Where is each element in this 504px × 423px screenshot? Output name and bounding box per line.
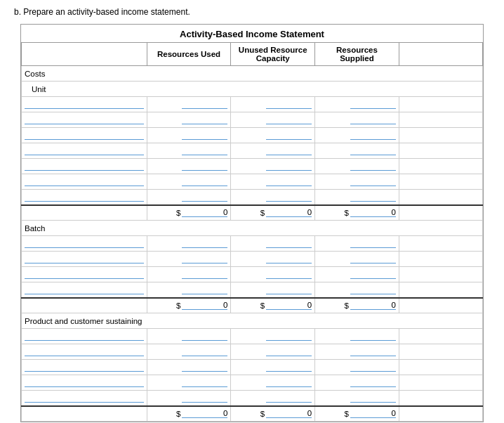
value-input[interactable] [350, 378, 396, 387]
input-cell[interactable] [231, 97, 315, 112]
row-label-cell[interactable] [22, 128, 147, 143]
input-cell[interactable] [231, 344, 315, 360]
input-cell[interactable] [231, 112, 315, 128]
value-input[interactable] [350, 270, 396, 279]
table-row[interactable] [22, 97, 483, 112]
value-input[interactable] [350, 131, 396, 140]
label-input[interactable] [25, 285, 144, 294]
total-cell[interactable]: $ [315, 205, 399, 221]
input-cell[interactable] [147, 112, 231, 128]
total-input[interactable] [266, 208, 312, 217]
table-row[interactable] [22, 174, 483, 190]
value-input[interactable] [350, 347, 396, 356]
table-row[interactable] [22, 159, 483, 174]
value-input[interactable] [266, 347, 312, 356]
value-input[interactable] [182, 177, 227, 186]
label-input[interactable] [25, 193, 144, 202]
value-input[interactable] [350, 254, 396, 263]
value-input[interactable] [182, 270, 227, 279]
table-row[interactable]: $$$ [22, 298, 483, 313]
input-cell[interactable] [231, 329, 315, 344]
value-input[interactable] [266, 177, 312, 186]
value-input[interactable] [266, 131, 312, 140]
total-input[interactable] [350, 208, 396, 217]
table-row[interactable] [22, 190, 483, 205]
input-cell[interactable] [147, 97, 231, 112]
input-cell[interactable] [147, 236, 231, 252]
value-input[interactable] [350, 146, 396, 155]
value-input[interactable] [350, 239, 396, 248]
total-input[interactable] [266, 301, 312, 310]
input-cell[interactable] [315, 174, 399, 190]
table-row[interactable] [22, 267, 483, 282]
value-input[interactable] [350, 332, 396, 341]
input-cell[interactable] [147, 282, 231, 298]
value-input[interactable] [266, 378, 312, 387]
input-cell[interactable] [231, 128, 315, 143]
row-label-cell[interactable] [22, 159, 147, 174]
label-input[interactable] [25, 347, 144, 356]
value-input[interactable] [266, 393, 312, 403]
value-input[interactable] [266, 285, 312, 294]
row-label-cell[interactable] [22, 267, 147, 282]
row-label-cell[interactable] [22, 190, 147, 205]
table-row[interactable] [22, 329, 483, 344]
total-cell[interactable]: $ [231, 298, 315, 313]
row-label-cell[interactable] [22, 112, 147, 128]
value-input[interactable] [266, 270, 312, 279]
value-input[interactable] [182, 393, 227, 403]
row-label-cell[interactable] [22, 282, 147, 298]
table-row[interactable] [22, 344, 483, 360]
input-cell[interactable] [147, 159, 231, 174]
input-cell[interactable] [147, 128, 231, 143]
input-cell[interactable] [231, 282, 315, 298]
table-row[interactable] [22, 112, 483, 128]
value-input[interactable] [182, 254, 227, 263]
table-row[interactable] [22, 236, 483, 252]
value-input[interactable] [182, 131, 227, 140]
value-input[interactable] [182, 378, 227, 387]
input-cell[interactable] [315, 190, 399, 205]
label-input[interactable] [25, 115, 144, 124]
row-label-cell[interactable] [22, 252, 147, 267]
value-input[interactable] [182, 363, 227, 372]
label-input[interactable] [25, 254, 144, 263]
table-row[interactable] [22, 282, 483, 298]
total-cell[interactable]: $ [147, 298, 231, 313]
label-input[interactable] [25, 162, 144, 171]
value-input[interactable] [350, 363, 396, 372]
total-input[interactable] [182, 301, 227, 310]
value-input[interactable] [182, 332, 227, 341]
value-input[interactable] [182, 162, 227, 171]
row-label-cell[interactable] [22, 174, 147, 190]
value-input[interactable] [182, 239, 227, 248]
input-cell[interactable] [147, 143, 231, 159]
label-input[interactable] [25, 239, 144, 248]
input-cell[interactable] [315, 329, 399, 344]
input-cell[interactable] [315, 391, 399, 406]
total-input[interactable] [182, 409, 227, 418]
label-input[interactable] [25, 332, 144, 341]
input-cell[interactable] [315, 112, 399, 128]
row-label-cell[interactable] [22, 391, 147, 406]
value-input[interactable] [182, 285, 227, 294]
value-input[interactable] [266, 115, 312, 124]
value-input[interactable] [266, 162, 312, 171]
value-input[interactable] [350, 115, 396, 124]
value-input[interactable] [182, 193, 227, 202]
input-cell[interactable] [315, 128, 399, 143]
input-cell[interactable] [315, 375, 399, 391]
table-row[interactable] [22, 391, 483, 406]
row-label-cell[interactable] [22, 360, 147, 375]
total-cell[interactable]: $ [147, 406, 231, 422]
table-row[interactable] [22, 143, 483, 159]
table-row[interactable] [22, 252, 483, 267]
value-input[interactable] [350, 285, 396, 294]
row-label-cell[interactable] [22, 143, 147, 159]
table-row[interactable]: $$$ [22, 406, 483, 422]
input-cell[interactable] [147, 267, 231, 282]
input-cell[interactable] [315, 252, 399, 267]
input-cell[interactable] [315, 267, 399, 282]
label-input[interactable] [25, 146, 144, 155]
input-cell[interactable] [315, 282, 399, 298]
